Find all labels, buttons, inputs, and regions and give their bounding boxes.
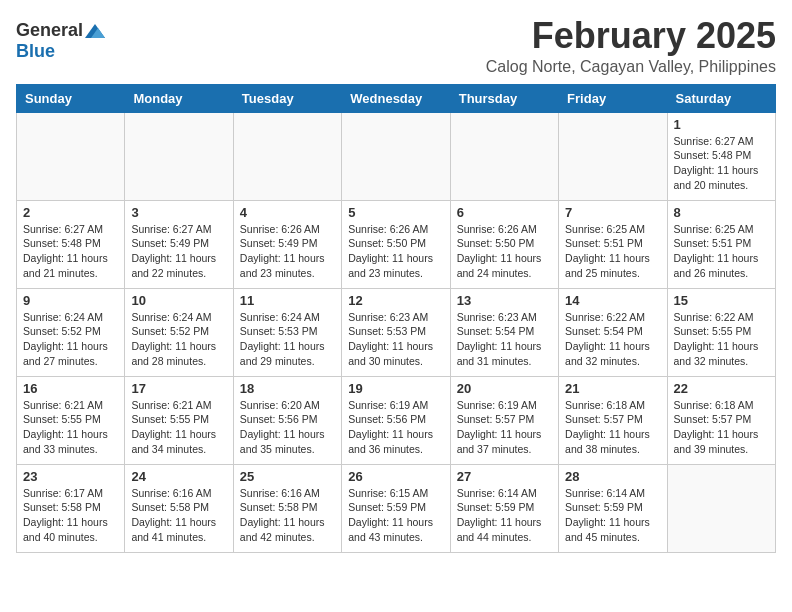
calendar-cell: 21Sunrise: 6:18 AMSunset: 5:57 PMDayligh… <box>559 376 667 464</box>
day-number: 21 <box>565 381 660 396</box>
day-number: 28 <box>565 469 660 484</box>
weekday-header-sunday: Sunday <box>17 84 125 112</box>
calendar-cell: 2Sunrise: 6:27 AMSunset: 5:48 PMDaylight… <box>17 200 125 288</box>
calendar-cell <box>342 112 450 200</box>
logo-blue-text: Blue <box>16 41 55 62</box>
week-row-4: 16Sunrise: 6:21 AMSunset: 5:55 PMDayligh… <box>17 376 776 464</box>
day-info: Sunrise: 6:14 AMSunset: 5:59 PMDaylight:… <box>565 486 660 545</box>
day-number: 20 <box>457 381 552 396</box>
calendar-table: SundayMondayTuesdayWednesdayThursdayFrid… <box>16 84 776 553</box>
calendar-cell: 9Sunrise: 6:24 AMSunset: 5:52 PMDaylight… <box>17 288 125 376</box>
day-number: 22 <box>674 381 769 396</box>
location-title: Calog Norte, Cagayan Valley, Philippines <box>486 58 776 76</box>
day-number: 13 <box>457 293 552 308</box>
day-number: 5 <box>348 205 443 220</box>
day-info: Sunrise: 6:18 AMSunset: 5:57 PMDaylight:… <box>565 398 660 457</box>
calendar-cell: 13Sunrise: 6:23 AMSunset: 5:54 PMDayligh… <box>450 288 558 376</box>
day-info: Sunrise: 6:24 AMSunset: 5:52 PMDaylight:… <box>23 310 118 369</box>
calendar-cell: 24Sunrise: 6:16 AMSunset: 5:58 PMDayligh… <box>125 464 233 552</box>
calendar-cell <box>17 112 125 200</box>
day-number: 11 <box>240 293 335 308</box>
day-info: Sunrise: 6:24 AMSunset: 5:53 PMDaylight:… <box>240 310 335 369</box>
week-row-3: 9Sunrise: 6:24 AMSunset: 5:52 PMDaylight… <box>17 288 776 376</box>
day-number: 1 <box>674 117 769 132</box>
day-number: 4 <box>240 205 335 220</box>
calendar-cell: 25Sunrise: 6:16 AMSunset: 5:58 PMDayligh… <box>233 464 341 552</box>
weekday-header-monday: Monday <box>125 84 233 112</box>
calendar-cell: 11Sunrise: 6:24 AMSunset: 5:53 PMDayligh… <box>233 288 341 376</box>
calendar-cell: 12Sunrise: 6:23 AMSunset: 5:53 PMDayligh… <box>342 288 450 376</box>
calendar-cell: 17Sunrise: 6:21 AMSunset: 5:55 PMDayligh… <box>125 376 233 464</box>
calendar-cell: 4Sunrise: 6:26 AMSunset: 5:49 PMDaylight… <box>233 200 341 288</box>
day-info: Sunrise: 6:14 AMSunset: 5:59 PMDaylight:… <box>457 486 552 545</box>
day-number: 6 <box>457 205 552 220</box>
calendar-cell <box>559 112 667 200</box>
logo-general-text: General <box>16 20 83 41</box>
calendar-cell: 7Sunrise: 6:25 AMSunset: 5:51 PMDaylight… <box>559 200 667 288</box>
calendar-cell: 19Sunrise: 6:19 AMSunset: 5:56 PMDayligh… <box>342 376 450 464</box>
day-info: Sunrise: 6:22 AMSunset: 5:55 PMDaylight:… <box>674 310 769 369</box>
day-info: Sunrise: 6:17 AMSunset: 5:58 PMDaylight:… <box>23 486 118 545</box>
day-info: Sunrise: 6:27 AMSunset: 5:49 PMDaylight:… <box>131 222 226 281</box>
day-number: 7 <box>565 205 660 220</box>
calendar-cell: 26Sunrise: 6:15 AMSunset: 5:59 PMDayligh… <box>342 464 450 552</box>
day-info: Sunrise: 6:19 AMSunset: 5:57 PMDaylight:… <box>457 398 552 457</box>
calendar-cell: 27Sunrise: 6:14 AMSunset: 5:59 PMDayligh… <box>450 464 558 552</box>
day-info: Sunrise: 6:16 AMSunset: 5:58 PMDaylight:… <box>131 486 226 545</box>
day-info: Sunrise: 6:27 AMSunset: 5:48 PMDaylight:… <box>23 222 118 281</box>
day-info: Sunrise: 6:24 AMSunset: 5:52 PMDaylight:… <box>131 310 226 369</box>
day-number: 3 <box>131 205 226 220</box>
week-row-5: 23Sunrise: 6:17 AMSunset: 5:58 PMDayligh… <box>17 464 776 552</box>
calendar-cell: 1Sunrise: 6:27 AMSunset: 5:48 PMDaylight… <box>667 112 775 200</box>
month-title: February 2025 <box>486 16 776 56</box>
weekday-header-row: SundayMondayTuesdayWednesdayThursdayFrid… <box>17 84 776 112</box>
day-info: Sunrise: 6:22 AMSunset: 5:54 PMDaylight:… <box>565 310 660 369</box>
calendar-cell: 15Sunrise: 6:22 AMSunset: 5:55 PMDayligh… <box>667 288 775 376</box>
day-info: Sunrise: 6:19 AMSunset: 5:56 PMDaylight:… <box>348 398 443 457</box>
calendar-cell: 23Sunrise: 6:17 AMSunset: 5:58 PMDayligh… <box>17 464 125 552</box>
day-info: Sunrise: 6:26 AMSunset: 5:50 PMDaylight:… <box>348 222 443 281</box>
day-info: Sunrise: 6:27 AMSunset: 5:48 PMDaylight:… <box>674 134 769 193</box>
day-info: Sunrise: 6:16 AMSunset: 5:58 PMDaylight:… <box>240 486 335 545</box>
day-info: Sunrise: 6:23 AMSunset: 5:53 PMDaylight:… <box>348 310 443 369</box>
calendar-cell: 8Sunrise: 6:25 AMSunset: 5:51 PMDaylight… <box>667 200 775 288</box>
day-number: 17 <box>131 381 226 396</box>
calendar-cell <box>233 112 341 200</box>
day-number: 24 <box>131 469 226 484</box>
weekday-header-wednesday: Wednesday <box>342 84 450 112</box>
logo: General Blue <box>16 16 105 62</box>
calendar-cell: 22Sunrise: 6:18 AMSunset: 5:57 PMDayligh… <box>667 376 775 464</box>
day-number: 9 <box>23 293 118 308</box>
day-number: 10 <box>131 293 226 308</box>
day-info: Sunrise: 6:23 AMSunset: 5:54 PMDaylight:… <box>457 310 552 369</box>
day-number: 19 <box>348 381 443 396</box>
day-info: Sunrise: 6:25 AMSunset: 5:51 PMDaylight:… <box>565 222 660 281</box>
weekday-header-saturday: Saturday <box>667 84 775 112</box>
day-number: 2 <box>23 205 118 220</box>
day-info: Sunrise: 6:26 AMSunset: 5:50 PMDaylight:… <box>457 222 552 281</box>
title-area: February 2025 Calog Norte, Cagayan Valle… <box>486 16 776 76</box>
calendar-cell: 5Sunrise: 6:26 AMSunset: 5:50 PMDaylight… <box>342 200 450 288</box>
calendar-cell: 3Sunrise: 6:27 AMSunset: 5:49 PMDaylight… <box>125 200 233 288</box>
day-number: 23 <box>23 469 118 484</box>
day-info: Sunrise: 6:15 AMSunset: 5:59 PMDaylight:… <box>348 486 443 545</box>
day-number: 27 <box>457 469 552 484</box>
calendar-cell <box>125 112 233 200</box>
day-info: Sunrise: 6:21 AMSunset: 5:55 PMDaylight:… <box>23 398 118 457</box>
day-info: Sunrise: 6:20 AMSunset: 5:56 PMDaylight:… <box>240 398 335 457</box>
day-number: 18 <box>240 381 335 396</box>
day-info: Sunrise: 6:25 AMSunset: 5:51 PMDaylight:… <box>674 222 769 281</box>
calendar-cell: 28Sunrise: 6:14 AMSunset: 5:59 PMDayligh… <box>559 464 667 552</box>
day-number: 16 <box>23 381 118 396</box>
page-header: General Blue February 2025 Calog Norte, … <box>16 16 776 76</box>
calendar-cell <box>667 464 775 552</box>
weekday-header-friday: Friday <box>559 84 667 112</box>
calendar-cell: 16Sunrise: 6:21 AMSunset: 5:55 PMDayligh… <box>17 376 125 464</box>
week-row-1: 1Sunrise: 6:27 AMSunset: 5:48 PMDaylight… <box>17 112 776 200</box>
weekday-header-thursday: Thursday <box>450 84 558 112</box>
calendar-cell: 10Sunrise: 6:24 AMSunset: 5:52 PMDayligh… <box>125 288 233 376</box>
logo-icon <box>85 24 105 38</box>
calendar-cell: 18Sunrise: 6:20 AMSunset: 5:56 PMDayligh… <box>233 376 341 464</box>
day-info: Sunrise: 6:26 AMSunset: 5:49 PMDaylight:… <box>240 222 335 281</box>
day-number: 12 <box>348 293 443 308</box>
